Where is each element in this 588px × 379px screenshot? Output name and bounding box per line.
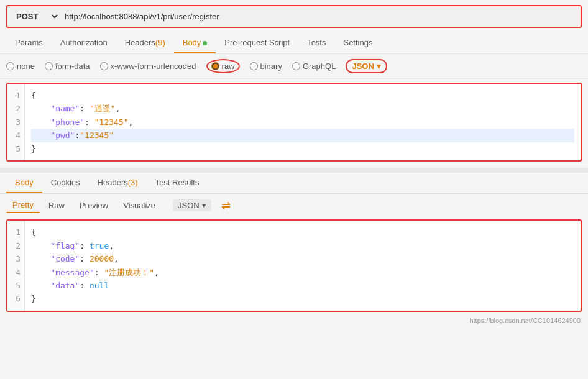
tab-response-headers[interactable]: Headers(3)	[89, 173, 147, 193]
url-bar: POST GET PUT DELETE	[6, 5, 582, 28]
watermark: https://blog.csdn.net/CC1014624900	[0, 316, 588, 327]
response-subtabs: Pretty Raw Preview Visualize JSON ▾ ⇌	[0, 194, 588, 217]
option-raw[interactable]: raw	[206, 59, 240, 73]
json-format-dropdown[interactable]: JSON ▾	[346, 59, 387, 73]
tab-params[interactable]: Params	[6, 33, 52, 53]
option-form-data[interactable]: form-data	[45, 62, 90, 71]
chevron-down-icon: ▾	[202, 201, 206, 210]
tab-settings[interactable]: Settings	[334, 33, 381, 53]
subtab-raw[interactable]: Raw	[42, 198, 71, 212]
option-graphql[interactable]: GraphQL	[292, 62, 336, 71]
request-code-content[interactable]: { "name": "逍遥", "phone": "12345", "pwd":…	[25, 84, 581, 160]
chevron-down-icon: ▾	[377, 62, 381, 71]
subtab-pretty[interactable]: Pretty	[6, 198, 40, 213]
response-body-viewer: 1 2 3 4 5 6 { "flag": true, "code": 2000…	[6, 219, 582, 312]
response-format-dropdown[interactable]: JSON ▾	[173, 199, 211, 211]
tab-cookies[interactable]: Cookies	[42, 173, 89, 193]
method-select[interactable]: POST GET PUT DELETE	[12, 9, 60, 24]
tab-response-body[interactable]: Body	[6, 173, 42, 193]
body-active-dot	[203, 41, 207, 45]
tab-tests[interactable]: Tests	[298, 33, 334, 53]
request-tabs: Params Authorization Headers(9) Body Pre…	[0, 33, 588, 54]
url-input[interactable]	[65, 12, 576, 21]
tab-headers[interactable]: Headers(9)	[116, 33, 174, 53]
option-binary[interactable]: binary	[250, 62, 282, 71]
wrap-button[interactable]: ⇌	[219, 199, 233, 212]
response-tabs: Body Cookies Headers(3) Test Results	[0, 173, 588, 194]
tab-pre-request[interactable]: Pre-request Script	[216, 33, 298, 53]
tab-authorization[interactable]: Authorization	[52, 33, 116, 53]
option-none[interactable]: none	[6, 62, 35, 71]
request-body-editor: 1 2 3 4 5 { "name": "逍遥", "phone": "1234…	[6, 83, 582, 162]
subtab-preview[interactable]: Preview	[73, 198, 114, 212]
option-x-www[interactable]: x-www-form-urlencoded	[100, 62, 196, 71]
request-line-numbers: 1 2 3 4 5	[7, 84, 25, 160]
response-code-content: { "flag": true, "code": 20000, "message"…	[25, 221, 581, 311]
response-line-numbers: 1 2 3 4 5 6	[7, 221, 25, 311]
subtab-visualize[interactable]: Visualize	[117, 198, 162, 212]
tab-test-results[interactable]: Test Results	[147, 173, 208, 193]
body-options-bar: none form-data x-www-form-urlencoded raw…	[0, 54, 588, 79]
tab-body[interactable]: Body	[174, 33, 216, 53]
section-separator	[0, 168, 588, 173]
